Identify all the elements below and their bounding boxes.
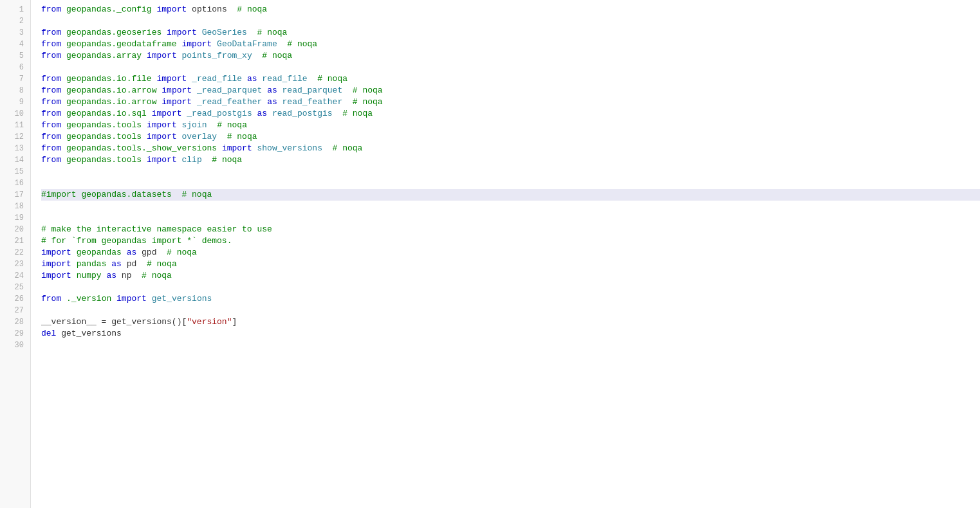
code-line: #import geopandas.datasets # noqa [41,189,980,201]
code-line [41,166,980,177]
code-line: from ._version import get_versions [41,293,980,305]
line-number: 9 [0,96,30,108]
line-number: 25 [0,282,30,293]
code-line: from geopandas.array import points_from_… [41,50,980,62]
line-number: 14 [0,154,30,166]
code-line: from geopandas.tools import clip # noqa [41,154,980,166]
code-line [41,340,980,351]
line-number: 30 [0,340,30,351]
line-number: 12 [0,131,30,143]
code-line [41,62,980,73]
line-number: 22 [0,247,30,259]
line-number: 3 [0,27,30,39]
line-number: 26 [0,293,30,305]
code-line: from geopandas.tools import sjoin # noqa [41,120,980,131]
line-number: 11 [0,120,30,131]
line-number: 18 [0,201,30,212]
code-line: __version__ = get_versions()["version"] [41,316,980,328]
line-number: 24 [0,270,30,282]
line-number: 10 [0,108,30,120]
code-line [41,305,980,316]
code-line: # for `from geopandas import *` demos. [41,235,980,247]
line-number: 6 [0,62,30,73]
code-editor: 1234567891011121314151617181920212223242… [0,0,980,508]
code-line: from geopandas.tools._show_versions impo… [41,143,980,154]
line-number: 15 [0,166,30,177]
code-area[interactable]: from geopandas._config import options # … [31,0,980,508]
code-line [41,15,980,27]
line-number: 7 [0,73,30,85]
line-number: 8 [0,85,30,96]
line-number: 4 [0,39,30,50]
code-line: from geopandas.io.arrow import _read_par… [41,85,980,96]
code-line: import numpy as np # noqa [41,270,980,282]
line-number: 5 [0,50,30,62]
line-number: 1 [0,4,30,15]
code-line: from geopandas.tools import overlay # no… [41,131,980,143]
line-number: 19 [0,212,30,224]
code-line: # make the interactive namespace easier … [41,224,980,235]
code-line: import geopandas as gpd # noqa [41,247,980,259]
line-number: 13 [0,143,30,154]
code-line: from geopandas.geodataframe import GeoDa… [41,39,980,50]
code-line [41,177,980,189]
line-number: 27 [0,305,30,316]
line-number: 2 [0,15,30,27]
code-line: import pandas as pd # noqa [41,259,980,270]
line-number: 16 [0,177,30,189]
code-line: del get_versions [41,328,980,340]
line-numbers: 1234567891011121314151617181920212223242… [0,0,31,508]
code-line: from geopandas.io.file import _read_file… [41,73,980,85]
code-line: from geopandas.io.sql import _read_postg… [41,108,980,120]
code-line [41,282,980,293]
line-number: 17 [0,189,30,201]
line-number: 23 [0,259,30,270]
line-number: 20 [0,224,30,235]
line-number: 28 [0,316,30,328]
code-line: from geopandas.geoseries import GeoSerie… [41,27,980,39]
code-line [41,212,980,224]
code-line: from geopandas.io.arrow import _read_fea… [41,96,980,108]
code-line [41,201,980,212]
line-number: 21 [0,235,30,247]
code-line: from geopandas._config import options # … [41,4,980,15]
line-number: 29 [0,328,30,340]
